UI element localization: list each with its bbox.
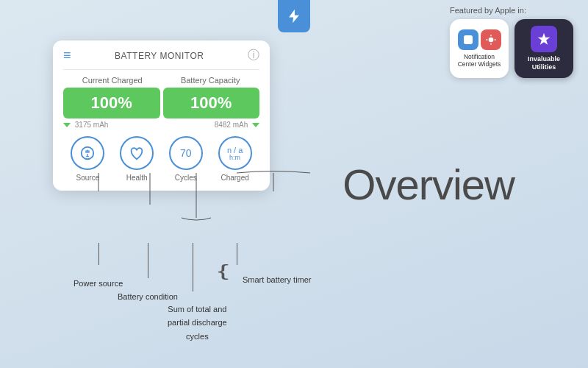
ann-line-power bbox=[98, 243, 99, 265]
col1-label: Current Charged bbox=[63, 76, 162, 85]
source-label: Source bbox=[76, 174, 100, 182]
cycles-item: 70 Cycles bbox=[169, 136, 203, 182]
source-icon-circle bbox=[71, 136, 104, 170]
invaluable-title: Invaluable bbox=[528, 55, 560, 63]
battery-bars: 100% 100% bbox=[53, 88, 270, 118]
badge-icon-2 bbox=[481, 29, 501, 50]
smart-timer-text: Smart battery timer bbox=[243, 275, 312, 284]
badge-notification-text: Notification bbox=[464, 53, 495, 60]
overview-heading: Overview bbox=[343, 160, 514, 209]
sum-text: Sum of total andpartial dischargecycles bbox=[168, 305, 227, 341]
health-label: Health bbox=[126, 174, 148, 182]
widget-header: ≡ BATTERY MONITOR ⓘ bbox=[53, 40, 270, 69]
cycles-label: Cycles bbox=[175, 174, 197, 182]
charged-label: Charged bbox=[220, 174, 248, 182]
column-labels: Current Charged Battery Capacity bbox=[53, 70, 270, 88]
cycles-icon-circle: 70 bbox=[169, 136, 203, 170]
ann-line-timer bbox=[237, 243, 237, 265]
battery-capacity-percent: 100% bbox=[190, 93, 232, 113]
badge-notification-text2: Center Widgets bbox=[458, 60, 501, 68]
svg-point-1 bbox=[488, 37, 493, 42]
featured-badges: Notification Center Widgets Invaluable U… bbox=[450, 19, 573, 78]
plug-icon bbox=[79, 145, 96, 161]
invaluable-icon bbox=[531, 26, 557, 52]
mah-row: 3175 mAh 8482 mAh bbox=[53, 118, 270, 129]
charged-value: n / a bbox=[227, 146, 243, 155]
mah-left-value: 3175 mAh bbox=[75, 121, 109, 129]
mah-left: 3175 mAh bbox=[63, 121, 162, 129]
smart-timer-annotation: Smart battery timer bbox=[243, 272, 312, 286]
current-charged-bar: 100% bbox=[63, 88, 160, 118]
battery-capacity-bar: 100% bbox=[163, 88, 260, 118]
sum-annotation: Sum of total andpartial dischargecycles bbox=[168, 302, 227, 342]
badge-icons-row bbox=[458, 29, 501, 50]
annotation-overlay bbox=[53, 169, 362, 316]
heart-icon bbox=[129, 145, 145, 161]
power-source-annotation: Power source bbox=[74, 276, 123, 289]
power-source-text: Power source bbox=[74, 279, 123, 288]
charged-icon-circle: n / a h:m bbox=[218, 136, 252, 170]
info-icon[interactable]: ⓘ bbox=[248, 48, 259, 63]
menu-icon[interactable]: ≡ bbox=[63, 48, 71, 63]
battery-monitor-widget: ≡ BATTERY MONITOR ⓘ Current Charged Batt… bbox=[53, 40, 270, 191]
mah-right-value: 8482 mAh bbox=[215, 121, 248, 129]
col2-label: Battery Capacity bbox=[162, 76, 260, 85]
widget-title: BATTERY MONITOR bbox=[115, 51, 204, 61]
ann-line-battery bbox=[148, 243, 148, 278]
lightning-icon bbox=[286, 8, 302, 24]
badge-invaluable-utilities[interactable]: Invaluable Utilities bbox=[514, 19, 573, 78]
mah-right: 8482 mAh bbox=[162, 121, 260, 129]
ann-line-cycles bbox=[193, 243, 193, 291]
smart-timer-brace: { bbox=[218, 261, 229, 280]
svg-point-2 bbox=[82, 147, 94, 160]
featured-section: Featured by Apple in: Notification Cente… bbox=[450, 6, 573, 78]
badge-icon-1 bbox=[458, 29, 478, 50]
current-charged-percent: 100% bbox=[91, 93, 132, 113]
source-item: Source bbox=[71, 136, 104, 182]
invaluable-title2: Utilities bbox=[532, 63, 556, 71]
charged-item: n / a h:m Charged bbox=[218, 136, 252, 182]
icons-row: Source Health 70 Cycles n / a h:m bbox=[53, 129, 270, 191]
charged-sub: h:m bbox=[229, 155, 240, 161]
badge-notification-widgets[interactable]: Notification Center Widgets bbox=[450, 19, 509, 78]
battery-condition-annotation: Battery condition bbox=[118, 289, 178, 302]
cycles-value: 70 bbox=[180, 147, 192, 159]
featured-label: Featured by Apple in: bbox=[450, 6, 526, 15]
app-icon bbox=[278, 0, 310, 32]
svg-rect-0 bbox=[464, 35, 473, 44]
health-item: Health bbox=[120, 136, 154, 182]
battery-condition-text: Battery condition bbox=[118, 292, 178, 301]
health-icon-circle bbox=[120, 136, 154, 170]
